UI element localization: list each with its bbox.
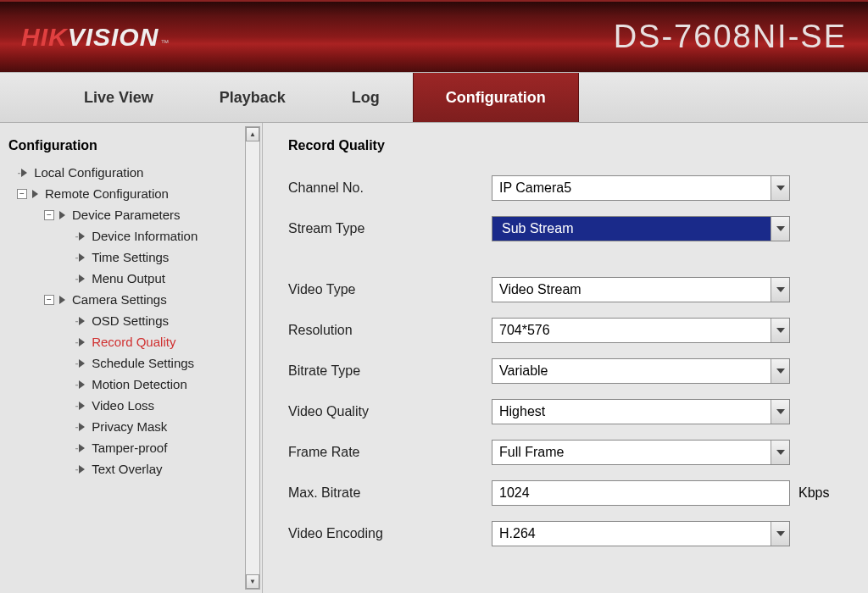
- label-channel-no: Channel No.: [288, 180, 492, 196]
- tree-connector: ···: [17, 168, 19, 178]
- tree-label: Motion Detection: [92, 377, 187, 391]
- tree-device-information[interactable]: ··· Device Information: [75, 225, 257, 247]
- label-resolution: Resolution: [288, 323, 492, 338]
- scroll-up-icon[interactable]: ▲: [246, 127, 259, 141]
- select-value: Video Stream: [499, 282, 581, 297]
- tree-menu-output[interactable]: ··· Menu Output: [75, 268, 257, 289]
- row-channel-no: Channel No. IP Camera5: [288, 175, 843, 201]
- header-bar: HIKVISION ™ DS-7608NI-SE: [0, 0, 868, 72]
- select-frame-rate[interactable]: Full Frame: [492, 440, 790, 465]
- label-video-encoding: Video Encoding: [288, 526, 492, 541]
- select-value: Variable: [499, 363, 548, 379]
- row-stream-type: Stream Type Sub Stream: [288, 216, 843, 241]
- tree-remote-configuration[interactable]: − Remote Configuration: [17, 183, 257, 204]
- tree-privacy-mask[interactable]: ··· Privacy Mask: [75, 416, 257, 437]
- select-video-quality[interactable]: Highest: [492, 399, 790, 424]
- tree-local-configuration[interactable]: ··· Local Configuration: [17, 162, 257, 183]
- select-video-encoding[interactable]: H.264: [492, 521, 790, 546]
- select-value: Highest: [499, 404, 545, 419]
- tree-osd-settings[interactable]: ··· OSD Settings: [75, 310, 257, 331]
- tree-label: Local Configuration: [34, 165, 143, 180]
- tree-label: Menu Output: [92, 271, 165, 285]
- tree-schedule-settings[interactable]: ··· Schedule Settings: [75, 352, 257, 374]
- tree-connector: ···: [75, 464, 77, 474]
- arrow-icon: [79, 274, 85, 283]
- tree-label: OSD Settings: [92, 313, 169, 328]
- arrow-icon: [79, 444, 85, 452]
- arrow-icon: [21, 169, 27, 177]
- select-value: 704*576: [499, 323, 550, 338]
- tree-connector: ···: [75, 316, 77, 326]
- nav-configuration[interactable]: Configuration: [413, 73, 579, 122]
- chevron-down-icon: [771, 278, 789, 302]
- tree-connector: ···: [75, 443, 77, 453]
- row-video-type: Video Type Video Stream: [288, 277, 843, 302]
- collapse-icon[interactable]: −: [44, 210, 54, 220]
- select-value: Full Frame: [499, 445, 564, 460]
- tree-label: Text Overlay: [92, 462, 162, 476]
- tree-label: Remote Configuration: [45, 186, 169, 201]
- tree-connector: ···: [75, 231, 77, 241]
- tree-text-overlay[interactable]: ··· Text Overlay: [75, 458, 257, 479]
- nav-log[interactable]: Log: [319, 73, 413, 122]
- arrow-icon: [79, 465, 85, 474]
- sidebar-scrollbar[interactable]: ▲ ▼: [245, 126, 260, 590]
- row-bitrate-type: Bitrate Type Variable: [288, 358, 843, 384]
- tree-label: Record Quality: [92, 335, 175, 349]
- trademark-icon: ™: [160, 38, 169, 47]
- row-video-encoding: Video Encoding H.264: [288, 521, 843, 546]
- select-value: IP Camera5: [499, 180, 571, 196]
- select-channel-no[interactable]: IP Camera5: [492, 175, 790, 201]
- scroll-down-icon[interactable]: ▼: [246, 574, 259, 589]
- input-max-bitrate[interactable]: [492, 480, 790, 506]
- tree-label: Video Loss: [92, 398, 154, 413]
- arrow-icon: [79, 338, 85, 346]
- label-stream-type: Stream Type: [288, 221, 492, 236]
- select-stream-type[interactable]: Sub Stream: [492, 216, 790, 241]
- select-resolution[interactable]: 704*576: [492, 318, 790, 343]
- label-video-type: Video Type: [288, 282, 492, 297]
- tree-tamper-proof[interactable]: ··· Tamper-proof: [75, 437, 257, 458]
- select-video-type[interactable]: Video Stream: [492, 277, 790, 302]
- arrow-icon: [79, 380, 85, 389]
- arrow-icon: [79, 317, 85, 325]
- row-max-bitrate: Max. Bitrate Kbps: [288, 480, 843, 506]
- select-bitrate-type[interactable]: Variable: [492, 358, 790, 384]
- main-panel: Record Quality Channel No. IP Camera5 St…: [263, 123, 868, 593]
- chevron-down-icon: [771, 522, 789, 546]
- tree-camera-settings[interactable]: − Camera Settings: [44, 289, 257, 310]
- select-value: Sub Stream: [499, 220, 576, 237]
- row-video-quality: Video Quality Highest: [288, 399, 843, 424]
- tree-motion-detection[interactable]: ··· Motion Detection: [75, 374, 257, 395]
- collapse-icon[interactable]: −: [17, 189, 27, 199]
- tree-connector: ···: [75, 337, 77, 347]
- logo-text-hik: HIK: [21, 23, 68, 52]
- tree-time-settings[interactable]: ··· Time Settings: [75, 247, 257, 268]
- chevron-down-icon: [771, 400, 789, 424]
- scroll-track[interactable]: [246, 141, 259, 574]
- chevron-down-icon: [771, 319, 789, 342]
- nav-live-view[interactable]: Live View: [51, 73, 186, 122]
- label-video-quality: Video Quality: [288, 404, 492, 419]
- label-bitrate-type: Bitrate Type: [288, 363, 492, 379]
- label-frame-rate: Frame Rate: [288, 445, 492, 460]
- tree-record-quality[interactable]: ··· Record Quality: [75, 331, 257, 352]
- tree-connector: ···: [75, 401, 77, 411]
- tree-label: Device Information: [92, 229, 198, 243]
- select-value: H.264: [499, 526, 536, 541]
- chevron-down-icon: [771, 176, 789, 200]
- arrow-icon: [79, 423, 85, 431]
- tree-connector: ···: [75, 358, 77, 369]
- arrow-icon: [32, 190, 38, 198]
- tree-device-parameters[interactable]: − Device Parameters: [44, 204, 257, 225]
- tree-video-loss[interactable]: ··· Video Loss: [75, 395, 257, 416]
- row-resolution: Resolution 704*576: [288, 318, 843, 343]
- sidebar-title: Configuration: [8, 138, 257, 153]
- tree-label: Privacy Mask: [92, 419, 167, 434]
- content-area: Configuration ··· Local Configuration − …: [0, 123, 868, 593]
- collapse-icon[interactable]: −: [44, 295, 54, 305]
- tree-label: Tamper-proof: [92, 441, 167, 455]
- nav-playback[interactable]: Playback: [186, 73, 319, 122]
- tree-connector: ···: [75, 380, 77, 390]
- tree-label: Device Parameters: [72, 208, 181, 222]
